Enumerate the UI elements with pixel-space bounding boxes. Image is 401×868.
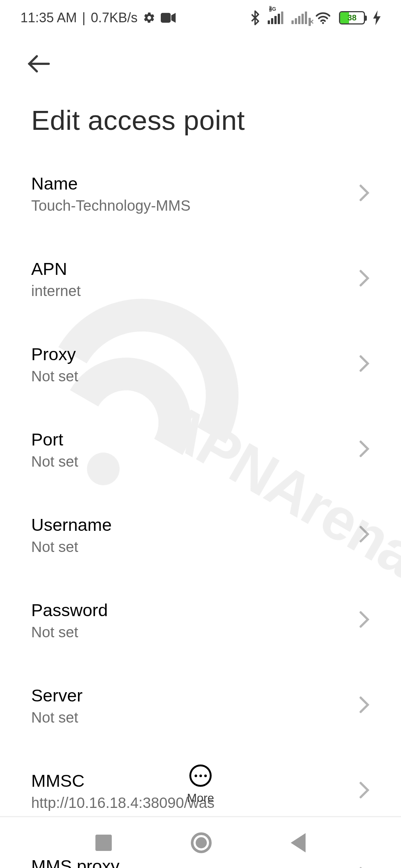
row-label: APN <box>31 259 81 279</box>
apn-settings-list: Name Touch-Technology-MMS APN internet P… <box>0 151 401 868</box>
status-separator: | <box>82 10 85 26</box>
more-button[interactable]: More <box>0 765 401 805</box>
chevron-right-icon <box>359 525 370 545</box>
svg-point-1 <box>322 22 324 24</box>
row-server[interactable]: Server Not set <box>31 663 370 748</box>
row-value: Not set <box>31 709 82 726</box>
row-label: Proxy <box>31 344 78 364</box>
row-value: Touch-Technology-MMS <box>31 197 190 214</box>
row-name[interactable]: Name Touch-Technology-MMS <box>31 151 370 236</box>
row-proxy[interactable]: Proxy Not set <box>31 322 370 407</box>
android-navigation-bar <box>0 816 401 868</box>
battery-percent: 38 <box>340 13 364 23</box>
status-time: 11:35 AM <box>20 10 77 26</box>
chevron-right-icon <box>359 696 370 715</box>
row-label: Name <box>31 173 190 194</box>
row-label: Port <box>31 429 78 450</box>
page-title: Edit access point <box>0 78 401 151</box>
row-username[interactable]: Username Not set <box>31 492 370 578</box>
status-net-speed: 0.7KB/s <box>91 10 137 26</box>
charging-icon <box>373 10 381 25</box>
chevron-right-icon <box>359 269 370 289</box>
row-value: internet <box>31 283 81 299</box>
signal-sim1-icon: 4G <box>268 11 283 24</box>
chevron-right-icon <box>359 440 370 459</box>
status-bar: 11:35 AM | 0.7KB/s 4G ✕ 38 <box>0 0 401 35</box>
chevron-right-icon <box>359 184 370 203</box>
row-value: Not set <box>31 539 112 555</box>
battery-icon: 38 <box>339 11 365 24</box>
nav-home-button[interactable] <box>191 832 212 853</box>
nav-recent-button[interactable] <box>95 835 112 851</box>
bluetooth-icon <box>251 10 260 25</box>
signal-sim2-icon: ✕ <box>291 11 307 24</box>
row-label: Password <box>31 600 108 620</box>
chevron-right-icon <box>359 355 370 374</box>
more-icon <box>189 765 212 787</box>
row-apn[interactable]: APN internet <box>31 236 370 322</box>
wifi-icon <box>315 11 331 24</box>
nav-back-button[interactable] <box>291 833 306 852</box>
row-port[interactable]: Port Not set <box>31 407 370 492</box>
more-label: More <box>187 791 214 805</box>
back-button[interactable] <box>0 35 401 78</box>
camera-icon <box>161 12 176 23</box>
row-value: Not set <box>31 453 78 470</box>
row-password[interactable]: Password Not set <box>31 578 370 663</box>
chevron-right-icon <box>359 611 370 630</box>
row-label: Server <box>31 685 82 706</box>
row-label: Username <box>31 514 112 535</box>
row-value: Not set <box>31 368 78 385</box>
svg-rect-0 <box>161 13 171 23</box>
gear-icon <box>143 11 156 24</box>
row-value: Not set <box>31 624 108 641</box>
